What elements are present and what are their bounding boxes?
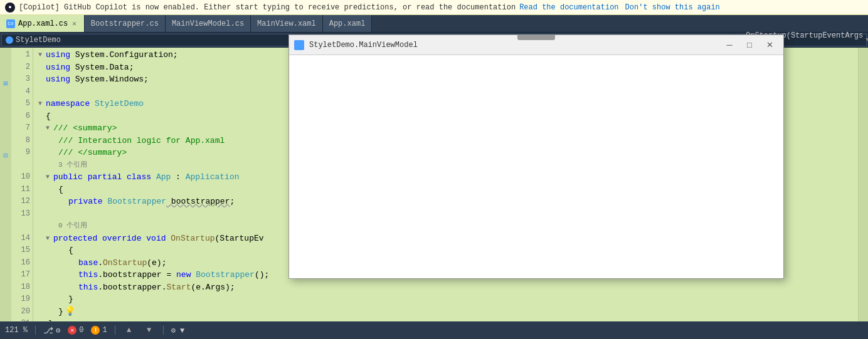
window-content <box>289 55 783 278</box>
collapse-icon[interactable]: ▼ <box>38 232 53 245</box>
collapse-icon[interactable]: ▼ <box>38 122 53 135</box>
window-app-icon <box>294 40 304 50</box>
copilot-icon: ● <box>5 3 15 13</box>
maximize-button[interactable]: □ <box>741 39 758 51</box>
tab-bootstrapper-cs[interactable]: Bootstrapper.cs <box>85 15 166 32</box>
read-docs-link[interactable]: Read the documentation <box>519 3 618 12</box>
zoom-selector[interactable]: 121 % <box>5 326 28 335</box>
git-icon: ⎇ <box>43 325 53 336</box>
code-line-19: } <box>38 293 858 306</box>
zoom-value: 121 % <box>5 326 28 335</box>
floating-window: StyletDemo.MainViewModel ─ □ ✕ <box>288 34 784 279</box>
code-line-20: } 💡 <box>38 306 858 318</box>
tab-label: App.xaml <box>329 19 366 28</box>
dropdown-arrow-icon: ▼ <box>865 37 868 43</box>
status-divider-3 <box>163 326 164 335</box>
nav-down-button[interactable]: ▼ <box>143 325 156 335</box>
git-status[interactable]: ⎇ ⚙ <box>43 325 60 336</box>
git-label: ⚙ <box>56 326 60 335</box>
bookmark-icon: ⊞ <box>3 79 8 88</box>
collapse-icon[interactable]: ▼ <box>38 98 46 110</box>
build-icon: ⚙ ▼ <box>171 326 185 335</box>
copilot-message: [Copilot] GitHub Copilot is now enabled.… <box>19 3 516 12</box>
namespace-value: StyletDemo <box>16 36 61 44</box>
error-status[interactable]: ✕ 0 <box>68 326 83 335</box>
line-numbers: 1 2 3 4 5 6 7 8 9 10 11 12 13 14 15 16 1… <box>11 48 33 321</box>
vertical-scrollbar[interactable] <box>858 48 868 321</box>
tab-bar: C# App.xaml.cs ✕ Bootstrapper.cs MainVie… <box>0 15 868 33</box>
lightbulb-icon[interactable]: 💡 <box>65 306 75 318</box>
tab-app-xaml-cs[interactable]: C# App.xaml.cs ✕ <box>0 15 85 32</box>
tab-app-xaml[interactable]: App.xaml <box>323 15 373 32</box>
tab-label: MainViewModel.cs <box>172 19 244 28</box>
close-button[interactable]: ✕ <box>761 39 778 51</box>
collapse-icon[interactable]: ▼ <box>38 49 46 61</box>
window-resize-bar[interactable] <box>517 35 555 40</box>
window-title: StyletDemo.MainViewModel <box>309 41 716 50</box>
error-count: 0 <box>79 326 83 335</box>
tab-mainview-xaml[interactable]: MainView.xaml <box>251 15 323 32</box>
minimize-button[interactable]: ─ <box>721 39 738 51</box>
tab-label: Bootstrapper.cs <box>91 19 159 28</box>
copilot-bar: ● [Copilot] GitHub Copilot is now enable… <box>0 0 868 15</box>
status-bar: 121 % ⎇ ⚙ ✕ 0 ! 1 ▲ ▼ ⚙ ▼ <box>0 321 868 339</box>
tab-label: MainView.xaml <box>257 19 316 28</box>
nav-up-button[interactable]: ▲ <box>123 325 135 335</box>
warning-count: 1 <box>102 326 107 335</box>
namespace-icon <box>6 36 13 44</box>
warning-status[interactable]: ! 1 <box>91 326 107 335</box>
status-divider <box>35 326 36 335</box>
build-tools[interactable]: ⚙ ▼ <box>171 326 185 335</box>
tab-label: App.xaml.cs <box>18 19 68 28</box>
status-divider-2 <box>115 326 115 335</box>
left-margin: ⊞ ⊡ <box>0 48 11 321</box>
collapse-icon[interactable]: ▼ <box>38 171 53 184</box>
cs-file-icon: C# <box>6 19 15 28</box>
window-controls: ─ □ ✕ <box>721 39 778 51</box>
code-line-18: this .bootstrapper. Start (e.Args); <box>38 281 858 294</box>
tab-close-button[interactable]: ✕ <box>71 19 78 28</box>
warning-icon: ! <box>91 326 100 335</box>
error-icon: ✕ <box>68 326 77 335</box>
debug-icon: ⊡ <box>3 151 8 160</box>
tab-mainviewmodel-cs[interactable]: MainViewModel.cs <box>166 15 251 32</box>
dont-show-link[interactable]: Don't show this again <box>625 3 720 12</box>
